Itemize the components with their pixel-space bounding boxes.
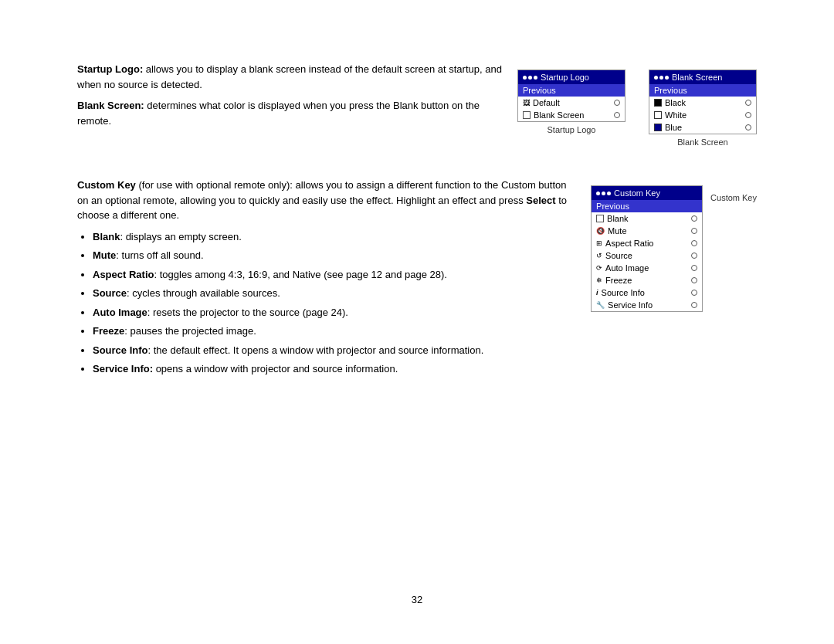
ck-sourceinfo-icon: i — [596, 289, 598, 297]
ck-item-blank: Blank — [592, 212, 702, 225]
bullet-aspect-ratio: Aspect Ratio: toggles among 4:3, 16:9, a… — [93, 267, 575, 283]
radio-blank — [614, 112, 620, 118]
radio-black — [745, 100, 751, 106]
black-swatch — [654, 99, 662, 107]
startup-logo-title: Startup Logo — [541, 73, 589, 82]
bullet-source-info: Source Info: the default effect. It open… — [93, 343, 575, 358]
blank-screen-menu: Blank Screen Previous Black — [649, 69, 757, 134]
ck-mute-icon: 🔇 — [596, 227, 605, 235]
white-swatch — [654, 111, 662, 119]
dot1 — [523, 76, 527, 80]
ck-radio-auto — [691, 265, 697, 271]
ck-auto-icon: ⟳ — [596, 264, 602, 272]
dot7 — [596, 192, 600, 195]
bullet-list: Blank: displays an empty screen. Mute: t… — [93, 229, 575, 377]
ck-item-serviceinfo: 🔧 Service Info — [592, 299, 702, 311]
custom-key-previous: Previous — [592, 200, 702, 212]
ck-radio-aspect — [691, 240, 697, 246]
custom-key-title: Custom Key — [614, 188, 660, 198]
bullet-source: Source: cycles through available sources… — [93, 286, 575, 301]
bullet-service-info: Service Info: opens a window with projec… — [93, 361, 575, 377]
custom-key-title-bar: Custom Key — [592, 186, 702, 200]
title-dots2 — [654, 76, 669, 80]
dot6 — [665, 76, 669, 80]
custom-key-wrapper: Custom Key Previous Blank � — [591, 185, 757, 312]
startup-logo-menu: Startup Logo Previous 🖼 Default — [517, 69, 626, 122]
page-content: Startup Logo: allows you to display a bl… — [0, 0, 834, 412]
startup-logo-menu-container: Startup Logo Previous 🖼 Default — [517, 69, 626, 134]
radio-white — [745, 112, 751, 118]
bullet-auto-image: Auto Image: resets the projector to the … — [93, 305, 575, 320]
dot8 — [602, 192, 605, 195]
blank-screen-label: Blank Screen — [677, 137, 727, 147]
ck-radio-serviceinfo — [691, 302, 697, 308]
blank-screen-item-white: White — [649, 109, 756, 121]
blank-screen-menu-container: Blank Screen Previous Black — [649, 69, 757, 147]
default-icon: 🖼 — [523, 99, 530, 107]
ck-aspect-icon: ⊞ — [596, 239, 602, 247]
bottom-section: Custom Key (for use with optional remote… — [77, 178, 757, 381]
dot9 — [607, 192, 611, 195]
blank-screen-item-blue: Blue — [649, 121, 756, 134]
ck-item-freeze: ❄ Freeze — [592, 274, 702, 286]
custom-key-label: Custom Key — [710, 193, 757, 202]
blank-screen-icon — [523, 111, 531, 119]
ck-serviceinfo-icon: 🔧 — [596, 301, 605, 309]
startup-logo-title-bar: Startup Logo — [518, 70, 625, 84]
bullet-freeze: Freeze: pauses the projected image. — [93, 324, 575, 339]
ck-blank-icon — [596, 215, 604, 222]
title-dots — [523, 76, 537, 80]
top-text-block: Startup Logo: allows you to display a bl… — [77, 62, 517, 134]
ck-item-source: ↺ Source — [592, 249, 702, 262]
dot3 — [534, 76, 537, 80]
ck-item-aspect: ⊞ Aspect Ratio — [592, 237, 702, 249]
ck-item-auto: ⟳ Auto Image — [592, 262, 702, 274]
ck-item-sourceinfo: i Source Info — [592, 286, 702, 299]
radio-default — [614, 100, 620, 106]
startup-logo-item-default: 🖼 Default — [518, 97, 625, 109]
bullet-mute: Mute: turns off all sound. — [93, 248, 575, 263]
custom-key-intro: Custom Key (for use with optional remote… — [77, 178, 575, 223]
bottom-text-block: Custom Key (for use with optional remote… — [77, 178, 591, 381]
page-number: 32 — [412, 594, 422, 605]
blank-screen-text: Blank Screen: determines what color is d… — [77, 98, 502, 128]
top-screenshots: Startup Logo Previous 🖼 Default — [517, 69, 757, 147]
blank-screen-title: Blank Screen — [672, 73, 722, 82]
blue-swatch — [654, 124, 662, 131]
title-dots3 — [596, 192, 611, 195]
blank-screen-item-black: Black — [649, 97, 756, 109]
custom-key-screenshot: Custom Key Previous Blank � — [591, 185, 757, 312]
ck-radio-source — [691, 253, 697, 259]
startup-logo-previous: Previous — [518, 84, 625, 97]
ck-radio-sourceinfo — [691, 290, 697, 296]
bullet-blank: Blank: displays an empty screen. — [93, 229, 575, 245]
custom-key-menu: Custom Key Previous Blank � — [591, 185, 703, 312]
blank-screen-title-bar: Blank Screen — [649, 70, 756, 84]
top-section: Startup Logo: allows you to display a bl… — [77, 62, 757, 147]
startup-logo-item-blank: Blank Screen — [518, 109, 625, 121]
ck-freeze-icon: ❄ — [596, 276, 602, 284]
ck-radio-freeze — [691, 277, 697, 283]
startup-logo-text: Startup Logo: allows you to display a bl… — [77, 62, 502, 92]
ck-radio-blank — [691, 215, 697, 222]
dot5 — [659, 76, 663, 80]
ck-item-mute: 🔇 Mute — [592, 225, 702, 237]
dot4 — [654, 76, 658, 80]
radio-blue — [745, 124, 751, 130]
blank-screen-previous: Previous — [649, 84, 756, 97]
dot2 — [528, 76, 532, 80]
startup-logo-label: Startup Logo — [548, 125, 596, 134]
ck-radio-mute — [691, 228, 697, 234]
ck-source-icon: ↺ — [596, 252, 602, 259]
